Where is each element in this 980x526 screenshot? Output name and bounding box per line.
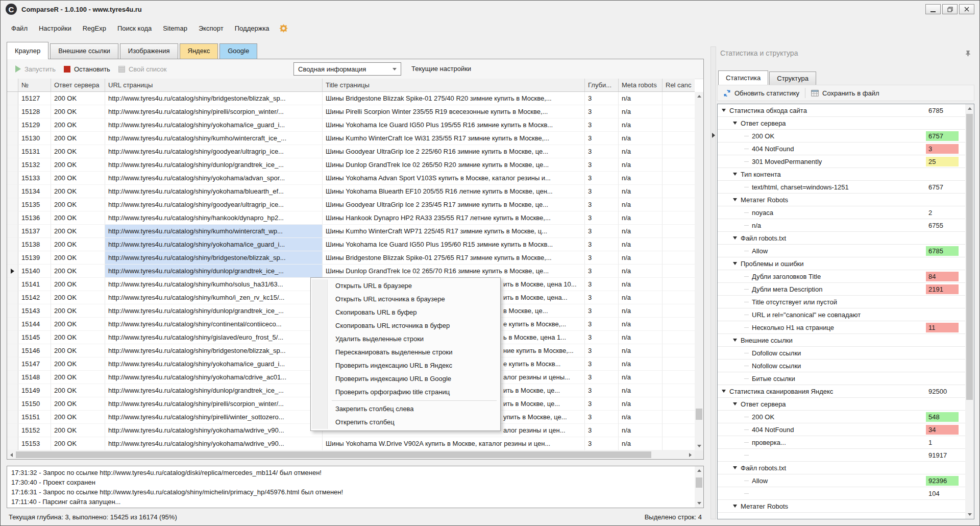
- cell-url[interactable]: http://www.tyres4u.ru/catalog/shiny/yoko…: [105, 424, 323, 437]
- cell-url[interactable]: http://www.tyres4u.ru/catalog/shiny/good…: [105, 198, 323, 211]
- cell-url[interactable]: http://www.tyres4u.ru/catalog/shiny/gisl…: [105, 331, 323, 344]
- context-menu-item-pin-column-left[interactable]: Закрепить столбец слева: [311, 402, 500, 416]
- save-to-file-button[interactable]: Сохранить в файл: [805, 89, 885, 97]
- tree-item[interactable]: Ответ сервера: [718, 398, 974, 411]
- tree-item[interactable]: Файл robots.txt: [718, 462, 974, 474]
- column-header-rel[interactable]: Rel canc: [663, 79, 695, 91]
- pin-icon[interactable]: [965, 50, 971, 57]
- tree-item[interactable]: noyaca2: [718, 206, 974, 219]
- cell-url[interactable]: http://www.tyres4u.ru/catalog/shiny/good…: [105, 145, 323, 158]
- tree-item[interactable]: Проблемы и ошибки: [718, 257, 974, 270]
- minimize-button[interactable]: [925, 4, 941, 14]
- cell-url[interactable]: http://www.tyres4u.ru/catalog/shiny/yoko…: [105, 185, 323, 198]
- cell-url[interactable]: http://www.tyres4u.ru/catalog/shiny/kumh…: [105, 278, 323, 291]
- expander-icon[interactable]: [733, 262, 737, 265]
- tree-item[interactable]: Allow92396: [718, 474, 974, 487]
- menu-item-code-search[interactable]: Поиск кода: [112, 21, 157, 36]
- table-row[interactable]: 15134200 OKhttp://www.tyres4u.ru/catalog…: [7, 185, 695, 198]
- table-row[interactable]: 15139200 OKhttp://www.tyres4u.ru/catalog…: [7, 251, 695, 265]
- tree-item[interactable]: 104: [718, 487, 974, 500]
- log-scroll-down-button[interactable]: [695, 499, 703, 508]
- tree-scroll-thumb[interactable]: [966, 114, 973, 400]
- cell-title[interactable]: Шины Yokohama W.Drive V902A купить в Мос…: [323, 437, 585, 450]
- cell-title[interactable]: Шины Yokohama Advan Sport V103S купить в…: [323, 172, 585, 185]
- cell-url[interactable]: http://www.tyres4u.ru/catalog/shiny/yoko…: [105, 371, 323, 384]
- current-settings-label[interactable]: Текущие настройки: [411, 65, 471, 73]
- stats-tab-structure[interactable]: Структура: [769, 71, 816, 85]
- tree-item[interactable]: Dofollow ссылки: [718, 347, 974, 360]
- tree-item[interactable]: Статистика обхода сайта6785: [718, 104, 974, 117]
- cell-title[interactable]: Шины Kumho WinterCraft WP71 225/45 R17 з…: [323, 225, 585, 238]
- cell-url[interactable]: http://www.tyres4u.ru/catalog/shiny/yoko…: [105, 357, 323, 371]
- context-menu-item-check-url-index-google[interactable]: Проверить индексацию URL в Google: [311, 372, 500, 386]
- tab-images[interactable]: Изображения: [120, 43, 178, 59]
- cell-url[interactable]: http://www.tyres4u.ru/catalog/shiny/dunl…: [105, 265, 323, 278]
- cell-url[interactable]: http://www.tyres4u.ru/catalog/shiny/pire…: [105, 411, 323, 424]
- expander-icon[interactable]: [733, 402, 737, 405]
- column-header-url[interactable]: URL страницы: [105, 79, 323, 91]
- start-button[interactable]: Запустить: [15, 65, 56, 73]
- view-mode-select[interactable]: Сводная информация: [293, 62, 401, 76]
- tree-scroll-up-button[interactable]: [965, 104, 974, 113]
- expander-icon[interactable]: [733, 173, 737, 176]
- collapse-panel-arrow-icon[interactable]: [712, 133, 715, 138]
- vertical-scroll-thumb[interactable]: [696, 409, 702, 420]
- tree-item[interactable]: 404 NotFound34: [718, 423, 974, 436]
- table-row[interactable]: 15129200 OKhttp://www.tyres4u.ru/catalog…: [7, 118, 695, 132]
- cell-url[interactable]: http://www.tyres4u.ru/catalog/shiny/yoko…: [105, 118, 323, 132]
- expander-icon[interactable]: [733, 505, 737, 508]
- log-scrollbar[interactable]: [695, 466, 703, 508]
- table-row[interactable]: 15140200 OKhttp://www.tyres4u.ru/catalog…: [7, 265, 695, 278]
- context-menu-item-unpin-column[interactable]: Открепить столбец: [311, 416, 500, 429]
- tree-item[interactable]: Nofollow ссылки: [718, 360, 974, 372]
- cell-url[interactable]: http://www.tyres4u.ru/catalog/shiny/hank…: [105, 211, 323, 225]
- tree-scroll-down-button[interactable]: [965, 510, 974, 519]
- tree-item[interactable]: 404 NotFound3: [718, 142, 974, 155]
- table-row[interactable]: 15133200 OKhttp://www.tyres4u.ru/catalog…: [7, 172, 695, 185]
- tree-item[interactable]: URL и rel="canonical" не совпадают: [718, 308, 974, 321]
- tree-item[interactable]: Несколько H1 на странице11: [718, 321, 974, 334]
- settings-gear-icon[interactable]: [279, 24, 288, 33]
- table-row[interactable]: 15135200 OKhttp://www.tyres4u.ru/catalog…: [7, 198, 695, 211]
- column-header-meta[interactable]: Meta robots: [619, 79, 663, 91]
- tree-item[interactable]: n/a6755: [718, 219, 974, 232]
- table-row[interactable]: 15137200 OKhttp://www.tyres4u.ru/catalog…: [7, 225, 695, 238]
- table-horizontal-scrollbar[interactable]: [7, 450, 695, 459]
- horizontal-scroll-thumb[interactable]: [16, 451, 651, 458]
- cell-title[interactable]: Шины Bridgestone Blizzak Spike-01 275/65…: [323, 251, 585, 265]
- tree-item[interactable]: Внешние ссылки: [718, 334, 974, 347]
- tree-item[interactable]: проверка...1: [718, 436, 974, 449]
- cell-url[interactable]: http://www.tyres4u.ru/catalog/shiny/brid…: [105, 251, 323, 265]
- stop-button[interactable]: Остановить: [64, 65, 110, 73]
- cell-title[interactable]: Шины Yokohama Bluearth EF10 205/55 R16 л…: [323, 185, 585, 198]
- context-menu-item-check-title-spelling[interactable]: Проверить орфографию title страниц: [311, 386, 500, 399]
- cell-url[interactable]: http://www.tyres4u.ru/catalog/shiny/pire…: [105, 397, 323, 411]
- panel-splitter[interactable]: [710, 46, 716, 519]
- tab-google[interactable]: Google: [219, 43, 257, 59]
- table-row[interactable]: 15131200 OKhttp://www.tyres4u.ru/catalog…: [7, 145, 695, 158]
- tree-scrollbar[interactable]: [965, 104, 974, 519]
- cell-url[interactable]: http://www.tyres4u.ru/catalog/shiny/yoko…: [105, 437, 323, 450]
- expander-icon[interactable]: [722, 109, 726, 112]
- table-row[interactable]: 15132200 OKhttp://www.tyres4u.ru/catalog…: [7, 158, 695, 172]
- cell-url[interactable]: http://www.tyres4u.ru/catalog/shiny/yoko…: [105, 238, 323, 251]
- tree-item[interactable]: Title отсутствует или пустой: [718, 296, 974, 308]
- table-row[interactable]: 15127200 OKhttp://www.tyres4u.ru/catalog…: [7, 92, 695, 105]
- cell-url[interactable]: http://www.tyres4u.ru/catalog/shiny/brid…: [105, 92, 323, 105]
- custom-list-button[interactable]: Свой список: [118, 65, 167, 73]
- table-row[interactable]: 15128200 OKhttp://www.tyres4u.ru/catalog…: [7, 105, 695, 118]
- context-menu-item-copy-source-url-to-clipboard[interactable]: Скопировать URL источника в буфер: [311, 319, 500, 332]
- cell-url[interactable]: http://www.tyres4u.ru/catalog/shiny/pire…: [105, 105, 323, 118]
- cell-title[interactable]: Шины Bridgestone Blizzak Spike-01 275/40…: [323, 92, 585, 105]
- context-menu-item-copy-url-to-clipboard[interactable]: Скопировать URL в буфер: [311, 306, 500, 319]
- cell-title[interactable]: Шины Yokohama Ice Guard IG50 Plus 195/60…: [323, 238, 585, 251]
- table-vertical-scrollbar[interactable]: [695, 92, 703, 450]
- log-scroll-thumb[interactable]: [696, 477, 702, 488]
- column-header-status[interactable]: Ответ сервера: [51, 79, 105, 91]
- menu-item-regexp[interactable]: RegExp: [77, 21, 112, 36]
- cell-url[interactable]: http://www.tyres4u.ru/catalog/shiny/dunl…: [105, 158, 323, 172]
- tree-item[interactable]: Allow6785: [718, 245, 974, 257]
- cell-title[interactable]: Шины Dunlop GrandTrek Ice 02 265/70 R16 …: [323, 265, 585, 278]
- close-button[interactable]: [959, 4, 974, 14]
- refresh-statistics-button[interactable]: Обновить статистику: [718, 89, 805, 97]
